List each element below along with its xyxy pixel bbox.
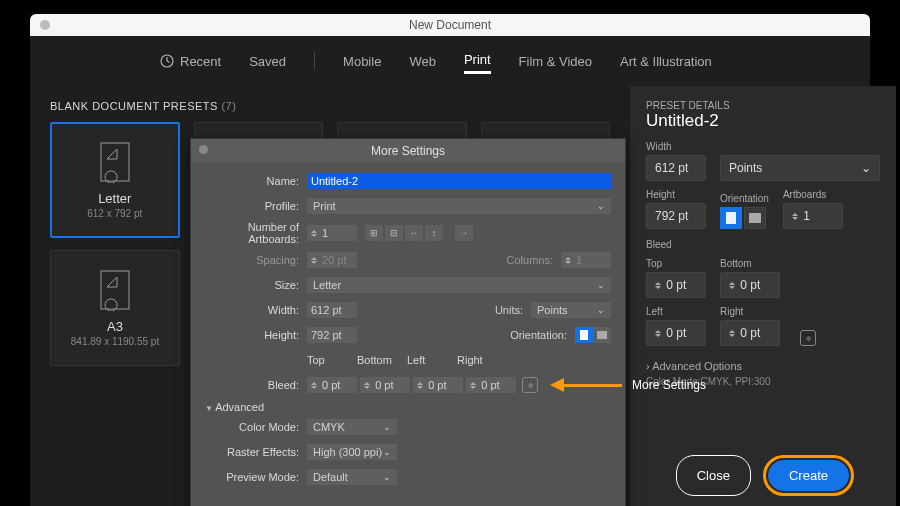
orientation-landscape[interactable] bbox=[744, 207, 766, 229]
bleed-right[interactable]: 0 pt bbox=[720, 320, 780, 346]
bleed-left[interactable]: 0 pt bbox=[646, 320, 706, 346]
chevron-down-icon: ⌄ bbox=[597, 305, 605, 315]
chevron-down-icon: ⌄ bbox=[597, 201, 605, 211]
portrait-icon bbox=[726, 212, 736, 224]
colormode-select[interactable]: CMYK⌄ bbox=[307, 419, 397, 435]
units-select-modal[interactable]: Points⌄ bbox=[531, 302, 611, 318]
arrange-rtl-icon[interactable]: → bbox=[455, 225, 473, 241]
bleed-bottom[interactable]: 0 pt bbox=[720, 272, 780, 298]
bleed-right-modal[interactable]: 0 pt bbox=[466, 377, 516, 393]
tab-recent[interactable]: Recent bbox=[160, 50, 221, 73]
height-field[interactable]: 792 pt bbox=[307, 327, 357, 343]
landscape-icon bbox=[749, 213, 761, 223]
chevron-down-icon: ⌄ bbox=[861, 161, 871, 175]
dialog-titlebar: More Settings bbox=[191, 139, 625, 163]
tab-print[interactable]: Print bbox=[464, 48, 491, 74]
tab-mobile[interactable]: Mobile bbox=[343, 50, 381, 73]
chevron-down-icon: ⌄ bbox=[383, 447, 391, 457]
advanced-options-toggle[interactable]: Advanced Options bbox=[646, 360, 880, 372]
annotation-highlight: Create bbox=[763, 455, 854, 496]
raster-select[interactable]: High (300 ppi)⌄ bbox=[307, 444, 397, 460]
preset-letter[interactable]: Letter 612 x 792 pt bbox=[50, 122, 180, 238]
landscape-icon bbox=[597, 331, 607, 339]
page-icon bbox=[97, 269, 133, 311]
columns-input: 1 bbox=[561, 252, 611, 268]
document-name[interactable]: Untitled-2 bbox=[646, 111, 880, 131]
orientation-landscape[interactable] bbox=[593, 327, 611, 343]
window-close-dot[interactable] bbox=[40, 20, 50, 30]
tab-art[interactable]: Art & Illustration bbox=[620, 50, 712, 73]
bleed-top-modal[interactable]: 0 pt bbox=[307, 377, 357, 393]
tab-divider bbox=[314, 52, 315, 70]
height-input[interactable]: 792 pt bbox=[646, 203, 706, 229]
preview-select[interactable]: Default⌄ bbox=[307, 469, 397, 485]
svg-rect-6 bbox=[726, 212, 736, 224]
orientation-portrait[interactable] bbox=[575, 327, 593, 343]
link-icon[interactable]: ⟐ bbox=[522, 377, 538, 393]
advanced-section-head[interactable]: Advanced bbox=[205, 401, 611, 413]
preset-a3[interactable]: A3 841.89 x 1190.55 pt bbox=[50, 250, 180, 366]
grid-by-row-icon[interactable]: ⊞ bbox=[365, 225, 383, 241]
colormode-readout: Color Mode:CMYK, PPI:300 bbox=[646, 376, 880, 387]
width-input[interactable]: 612 pt bbox=[646, 155, 706, 181]
arrange-row-icon[interactable]: ↔ bbox=[405, 225, 423, 241]
bleed-top[interactable]: 0 pt bbox=[646, 272, 706, 298]
artboards-count[interactable]: 1 bbox=[307, 225, 357, 241]
close-button[interactable]: Close bbox=[676, 455, 751, 496]
width-field[interactable]: 612 pt bbox=[307, 302, 357, 318]
chevron-down-icon: ⌄ bbox=[383, 422, 391, 432]
units-select[interactable]: Points⌄ bbox=[720, 155, 880, 181]
svg-rect-7 bbox=[749, 213, 761, 223]
link-icon[interactable]: ⟐ bbox=[800, 330, 816, 346]
spacing-input: 20 pt bbox=[307, 252, 357, 268]
tab-saved[interactable]: Saved bbox=[249, 50, 286, 73]
details-heading: PRESET DETAILS bbox=[646, 100, 880, 111]
page-icon bbox=[97, 141, 133, 183]
window-title: New Document bbox=[409, 18, 491, 32]
tab-web[interactable]: Web bbox=[409, 50, 436, 73]
arrange-col-icon[interactable]: ↕ bbox=[425, 225, 443, 241]
bleed-left-modal[interactable]: 0 pt bbox=[413, 377, 463, 393]
more-settings-dialog: More Settings Name:Untitled-2 Profile:Pr… bbox=[190, 138, 626, 506]
profile-select[interactable]: Print⌄ bbox=[307, 198, 611, 214]
bleed-bottom-modal[interactable]: 0 pt bbox=[360, 377, 410, 393]
svg-rect-9 bbox=[597, 331, 607, 339]
name-input[interactable]: Untitled-2 bbox=[307, 173, 611, 189]
dialog-close-dot[interactable] bbox=[199, 145, 208, 154]
chevron-down-icon: ⌄ bbox=[597, 280, 605, 290]
grid-by-col-icon[interactable]: ⊟ bbox=[385, 225, 403, 241]
clock-icon bbox=[160, 54, 174, 68]
size-select[interactable]: Letter⌄ bbox=[307, 277, 611, 293]
window-titlebar: New Document bbox=[30, 14, 870, 36]
tab-film[interactable]: Film & Video bbox=[519, 50, 592, 73]
category-tabs: Recent Saved Mobile Web Print Film & Vid… bbox=[30, 36, 870, 76]
presets-heading: BLANK DOCUMENT PRESETS (7) bbox=[50, 100, 610, 112]
orientation-portrait[interactable] bbox=[720, 207, 742, 229]
svg-rect-8 bbox=[580, 330, 588, 340]
create-button[interactable]: Create bbox=[768, 460, 849, 491]
artboards-input[interactable]: 1 bbox=[783, 203, 843, 229]
portrait-icon bbox=[580, 330, 588, 340]
chevron-down-icon: ⌄ bbox=[383, 472, 391, 482]
